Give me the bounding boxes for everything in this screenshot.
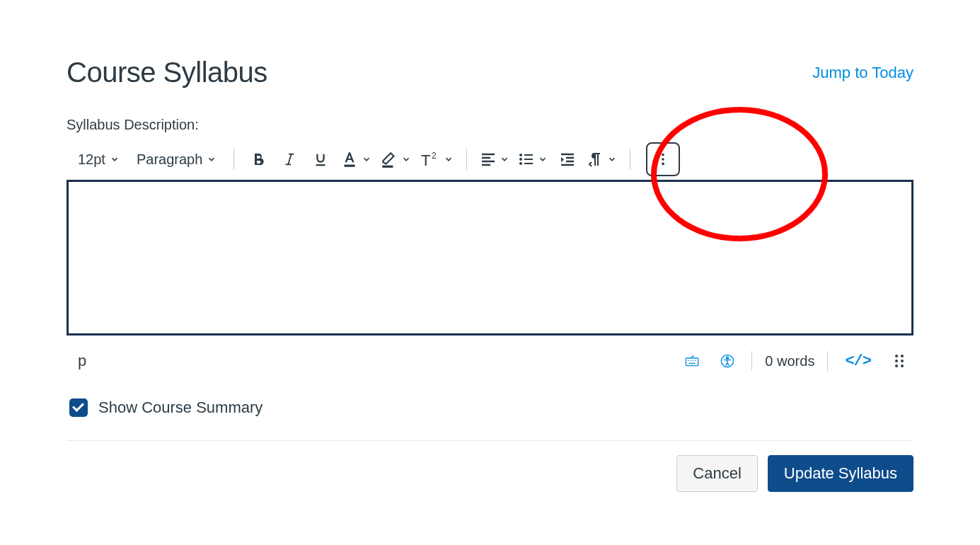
underline-button[interactable]	[306, 145, 335, 173]
chevron-down-icon	[607, 154, 617, 164]
resize-handle[interactable]	[888, 350, 911, 372]
svg-point-34	[727, 357, 729, 359]
show-course-summary-label: Show Course Summary	[98, 398, 263, 417]
svg-text:T: T	[421, 151, 430, 168]
svg-point-14	[519, 162, 522, 165]
underline-icon	[313, 151, 328, 167]
more-options-button[interactable]	[646, 142, 680, 176]
align-icon	[480, 151, 497, 168]
svg-rect-5	[383, 166, 393, 168]
superscript-button[interactable]: T2	[417, 145, 456, 173]
show-course-summary-checkbox[interactable]	[69, 398, 88, 417]
svg-rect-4	[345, 165, 355, 167]
divider	[67, 440, 913, 441]
page-title: Course Syllabus	[67, 57, 267, 88]
block-format-dropdown[interactable]: Paragraph	[129, 149, 224, 171]
svg-rect-15	[524, 154, 533, 156]
svg-point-24	[662, 163, 665, 166]
chevron-down-icon	[444, 154, 454, 164]
accessibility-checker-button[interactable]	[716, 350, 739, 372]
cancel-button[interactable]: Cancel	[676, 455, 757, 492]
list-button[interactable]	[515, 145, 550, 173]
rich-text-toolbar: 12pt Paragraph T2	[67, 140, 913, 180]
pilcrow-icon	[587, 151, 604, 168]
svg-point-23	[662, 158, 665, 161]
svg-point-40	[901, 365, 904, 367]
more-vertical-icon	[655, 151, 671, 167]
syllabus-description-label: Syllabus Description:	[67, 117, 913, 133]
bold-button[interactable]	[244, 145, 272, 173]
bold-icon	[250, 151, 267, 168]
italic-icon	[282, 151, 297, 167]
align-button[interactable]	[477, 145, 512, 173]
svg-rect-17	[524, 163, 533, 164]
font-size-dropdown[interactable]: 12pt	[71, 149, 127, 171]
italic-button[interactable]	[275, 145, 304, 173]
chevron-down-icon	[110, 154, 120, 164]
jump-to-today-link[interactable]: Jump to Today	[812, 64, 913, 82]
svg-point-35	[895, 355, 898, 357]
chevron-down-icon	[401, 154, 411, 164]
list-icon	[518, 151, 535, 168]
editor-status-bar: p 0 words </>	[67, 338, 913, 372]
block-format-value: Paragraph	[137, 151, 202, 168]
chevron-down-icon	[362, 154, 371, 164]
svg-point-13	[519, 158, 522, 161]
highlight-color-button[interactable]	[377, 145, 414, 173]
svg-text:2: 2	[432, 151, 437, 161]
html-view-button[interactable]: </>	[841, 352, 875, 371]
update-syllabus-button[interactable]: Update Syllabus	[768, 455, 913, 492]
svg-point-38	[901, 360, 904, 362]
svg-rect-25	[686, 358, 698, 366]
chevron-down-icon	[538, 154, 548, 164]
text-direction-button[interactable]	[584, 145, 620, 173]
indent-button[interactable]	[553, 145, 582, 173]
svg-point-12	[519, 154, 522, 156]
svg-point-36	[901, 355, 904, 357]
chevron-down-icon	[500, 154, 509, 164]
drag-handle-icon	[894, 353, 905, 369]
svg-point-39	[895, 365, 898, 367]
status-separator	[827, 351, 828, 371]
indent-icon	[559, 151, 576, 168]
status-separator	[751, 351, 752, 371]
text-color-icon	[340, 150, 359, 168]
toolbar-separator	[630, 149, 630, 170]
keyboard-shortcuts-button[interactable]	[681, 350, 703, 372]
superscript-icon: T2	[420, 150, 441, 168]
svg-rect-16	[524, 159, 533, 160]
keyboard-icon	[685, 352, 699, 369]
chevron-down-icon	[207, 154, 217, 164]
element-path[interactable]: p	[69, 352, 86, 370]
svg-point-22	[662, 154, 665, 156]
accessibility-icon	[720, 351, 734, 371]
syllabus-description-editor[interactable]	[67, 180, 913, 335]
svg-point-37	[895, 360, 898, 362]
highlight-icon	[380, 150, 398, 168]
font-size-value: 12pt	[78, 151, 105, 168]
text-color-button[interactable]	[338, 145, 374, 173]
word-count: 0 words	[765, 353, 814, 369]
toolbar-separator	[466, 149, 467, 170]
toolbar-separator	[234, 149, 234, 170]
svg-line-2	[289, 154, 292, 165]
